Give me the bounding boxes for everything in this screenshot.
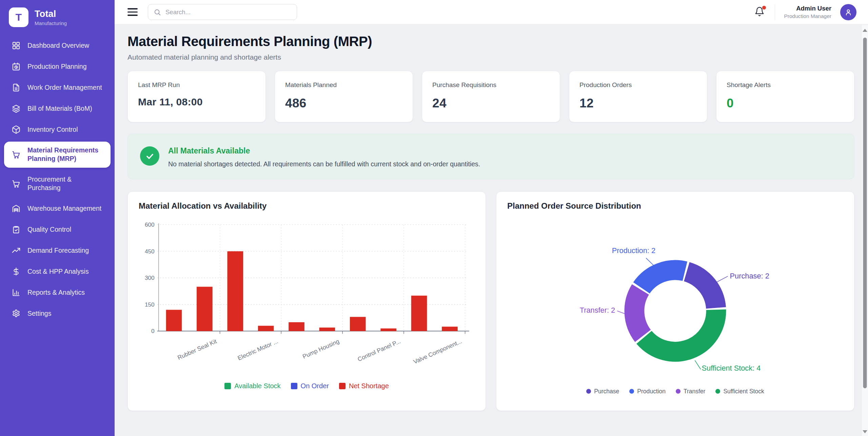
legend-dot xyxy=(715,389,720,394)
legend-label: Transfer xyxy=(684,388,706,395)
bar-valve-component-1 xyxy=(411,296,427,331)
svg-text:Electric Motor ...: Electric Motor ... xyxy=(237,338,279,362)
stat-label: Purchase Requisitions xyxy=(432,81,550,89)
trending-up-icon xyxy=(12,246,21,255)
search-input[interactable] xyxy=(165,8,291,16)
sidebar-item-label: Cost & HPP Analysis xyxy=(27,267,89,276)
sidebar-item-reports-analytics[interactable]: Reports & Analytics xyxy=(4,284,111,302)
banner-message: No material shortages detected. All requ… xyxy=(168,160,480,168)
donut-chart-svg: Purchase: 2Production: 2Transfer: 2Suffi… xyxy=(507,215,843,387)
legend-dot xyxy=(676,389,680,394)
stat-value: 12 xyxy=(579,96,697,110)
sidebar-item-production-planning[interactable]: Production Planning xyxy=(4,58,111,76)
notification-bell-button[interactable] xyxy=(753,5,766,19)
topbar: Admin User Production Manager xyxy=(115,0,868,24)
sidebar-item-label: Demand Forecasting xyxy=(27,246,89,255)
bar-chart-legend: Available StockOn OrderNet Shortage xyxy=(139,381,475,392)
sidebar-item-material-requirements-planning-mrp[interactable]: Material Requirements Planning (MRP) xyxy=(4,142,111,168)
sidebar-item-label: Material Requirements Planning (MRP) xyxy=(27,146,106,163)
donut-callout-production: Production: 2 xyxy=(612,247,655,255)
legend-item-sufficient-stock[interactable]: Sufficient Stock xyxy=(715,388,764,395)
svg-text:0: 0 xyxy=(151,328,155,335)
legend-item-on-order[interactable]: On Order xyxy=(291,382,329,390)
sidebar-item-cost-hpp-analysis[interactable]: Cost & HPP Analysis xyxy=(4,263,111,281)
legend-item-net-shortage[interactable]: Net Shortage xyxy=(339,382,389,390)
svg-text:150: 150 xyxy=(145,301,155,308)
search-box[interactable] xyxy=(148,4,297,20)
legend-label: Purchase xyxy=(594,388,619,395)
sidebar-item-label: Dashboard Overview xyxy=(27,41,89,50)
layers-icon xyxy=(12,104,21,113)
svg-text:450: 450 xyxy=(145,248,155,255)
package-box-icon xyxy=(12,125,21,134)
sidebar-item-procurement-purchasing[interactable]: Procurement & Purchasing xyxy=(4,171,111,197)
app-root: T Total Manufacturing Dashboard Overview… xyxy=(0,0,868,436)
svg-text:Rubber Seal Kit: Rubber Seal Kit xyxy=(177,338,218,361)
page-subtitle: Automated material planning and shortage… xyxy=(127,53,854,61)
sidebar-item-bill-of-materials-bom[interactable]: Bill of Materials (BoM) xyxy=(4,100,111,118)
legend-item-purchase[interactable]: Purchase xyxy=(586,388,619,395)
bar-chart-body: 0150300450600Rubber Seal KitElectric Mot… xyxy=(139,211,475,401)
vertical-scrollbar xyxy=(862,25,868,436)
svg-text:Valve Component...: Valve Component... xyxy=(412,338,463,366)
legend-swatch xyxy=(224,383,231,389)
scrollbar-thumb[interactable] xyxy=(863,38,867,388)
brand-logo-icon: T xyxy=(9,7,28,27)
user-name: Admin User xyxy=(784,5,831,12)
bar-chart-card: Material Allocation vs Availability 0150… xyxy=(127,191,486,411)
sidebar-item-label: Quality Control xyxy=(27,225,71,234)
legend-item-transfer[interactable]: Transfer xyxy=(676,388,706,395)
sidebar-item-inventory-control[interactable]: Inventory Control xyxy=(4,121,111,139)
donut-callout-transfer: Transfer: 2 xyxy=(580,306,615,314)
menu-toggle-icon[interactable] xyxy=(127,8,138,16)
brand-tagline: Manufacturing xyxy=(35,20,67,26)
warehouse-icon xyxy=(12,204,21,213)
user-block: Admin User Production Manager xyxy=(784,5,831,19)
stat-value: 0 xyxy=(727,96,844,110)
bar-chart-svg: 0150300450600Rubber Seal KitElectric Mot… xyxy=(139,220,475,380)
donut-chart-card: Planned Order Source Distribution Purcha… xyxy=(496,191,854,411)
sidebar-item-label: Procurement & Purchasing xyxy=(27,175,106,192)
dollar-icon xyxy=(12,267,21,276)
svg-text:Pump Housing: Pump Housing xyxy=(301,338,340,360)
legend-dot xyxy=(629,389,634,394)
sidebar-item-dashboard-overview[interactable]: Dashboard Overview xyxy=(4,37,111,55)
donut-slice-transfer[interactable] xyxy=(634,290,643,336)
calendar-clock-icon xyxy=(12,62,21,71)
bar-rubber-seal-kit-1 xyxy=(166,310,182,331)
sidebar-item-settings[interactable]: Settings xyxy=(4,305,111,323)
legend-swatch xyxy=(339,383,346,389)
legend-item-production[interactable]: Production xyxy=(629,388,666,395)
stat-label: Shortage Alerts xyxy=(727,81,844,89)
legend-item-available-stock[interactable]: Available Stock xyxy=(224,382,280,390)
shopping-cart-icon xyxy=(12,179,21,188)
donut-slice-purchase[interactable] xyxy=(687,272,716,308)
brand-name: Total xyxy=(35,9,67,19)
stat-card-production-orders: Production Orders12 xyxy=(569,71,707,122)
donut-slice-production[interactable] xyxy=(642,270,685,288)
sidebar-item-work-order-management[interactable]: Work Order Management xyxy=(4,79,111,97)
gear-icon xyxy=(12,309,21,318)
svg-text:300: 300 xyxy=(145,275,155,282)
sidebar-nav: Dashboard OverviewProduction PlanningWor… xyxy=(0,33,115,436)
user-avatar[interactable] xyxy=(840,4,856,20)
clipboard-check-icon xyxy=(12,225,21,234)
sidebar-item-label: Work Order Management xyxy=(27,83,102,92)
donut-callout-sufficient-stock: Sufficient Stock: 4 xyxy=(702,364,761,372)
stat-value: 24 xyxy=(432,96,550,110)
scroll-down-arrow-icon[interactable] xyxy=(863,430,867,433)
charts-row: Material Allocation vs Availability 0150… xyxy=(127,191,854,411)
legend-swatch xyxy=(291,383,297,389)
legend-dot xyxy=(586,389,591,394)
bar-electric-motor-2 xyxy=(258,326,274,331)
stat-card-last-mrp-run: Last MRP RunMar 11, 08:00 xyxy=(127,71,266,122)
page-title: Material Requirements Planning (MRP) xyxy=(127,34,854,49)
sidebar-item-warehouse-management[interactable]: Warehouse Management xyxy=(4,200,111,217)
stat-label: Materials Planned xyxy=(285,81,402,89)
scroll-up-arrow-icon[interactable] xyxy=(863,29,867,32)
donut-slice-sufficient-stock[interactable] xyxy=(644,310,716,352)
bar-valve-component-2 xyxy=(442,327,458,331)
sidebar-item-quality-control[interactable]: Quality Control xyxy=(4,221,111,238)
sidebar-item-label: Inventory Control xyxy=(27,125,78,134)
sidebar-item-demand-forecasting[interactable]: Demand Forecasting xyxy=(4,242,111,259)
